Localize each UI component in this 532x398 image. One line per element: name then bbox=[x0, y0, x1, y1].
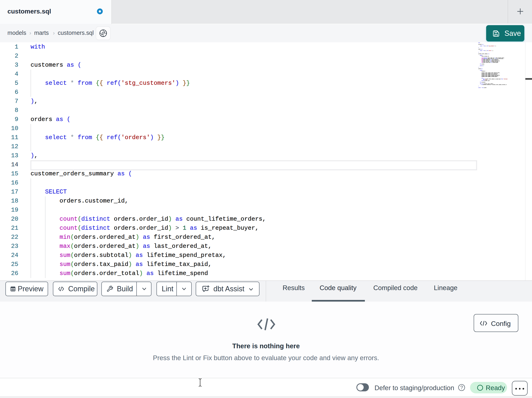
svg-text:?: ? bbox=[460, 385, 463, 390]
